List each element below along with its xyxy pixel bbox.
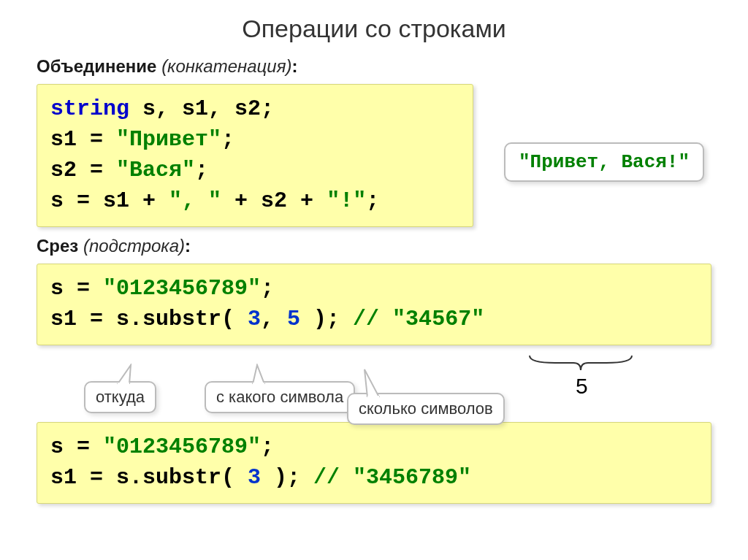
code-line: s = s1 + ", " + s2 + "!";	[50, 185, 459, 216]
code-line: string s, s1, s2;	[50, 93, 459, 124]
annot-tail-icon	[363, 368, 385, 397]
code-block-substr2: s = "0123456789"; s1 = s.substr( 3 ); //…	[37, 422, 711, 504]
svg-rect-3	[118, 383, 129, 384]
code-line: s1 = "Привет";	[50, 124, 459, 155]
annot-how-many: сколько символов	[347, 393, 505, 425]
annot-from: откуда	[84, 381, 156, 413]
annot-tail-icon	[115, 364, 134, 384]
section-concat: Объединение (конкатенация):	[37, 56, 711, 77]
code-block-substr1: s = "0123456789"; s1 = s.substr( 3, 5 );…	[37, 264, 711, 345]
section-concat-italic: (конкатенация)	[161, 56, 291, 76]
section-concat-colon: :	[291, 56, 297, 76]
section-slice-bold: Срез	[37, 236, 78, 256]
code-line: s1 = s.substr( 3 ); // "3456789"	[50, 462, 698, 493]
code-line: s = "0123456789";	[50, 431, 698, 462]
svg-marker-2	[118, 365, 131, 384]
svg-rect-7	[367, 396, 379, 397]
code-line: s = "0123456789";	[50, 273, 698, 304]
section-slice-colon: :	[185, 236, 191, 256]
annot-which-char: с какого символа	[205, 381, 355, 413]
callout-result: "Привет, Вася!"	[504, 142, 704, 182]
code-line: s2 = "Вася";	[50, 155, 459, 185]
svg-marker-4	[253, 365, 264, 384]
brace-icon	[526, 354, 636, 375]
annot-tail-icon	[250, 364, 269, 384]
keyword-string: string	[50, 96, 129, 121]
code-block-concat: string s, s1, s2; s1 = "Привет"; s2 = "В…	[37, 84, 473, 227]
code-line: s1 = s.substr( 3, 5 ); // "34567"	[50, 304, 698, 334]
brace-count: 5	[576, 374, 588, 399]
slide: Операции со строками Объединение (конкат…	[0, 0, 748, 560]
section-slice-italic: (подстрока)	[83, 236, 185, 256]
section-slice: Срез (подстрока):	[37, 236, 711, 256]
slide-title: Операции со строками	[37, 15, 711, 43]
svg-marker-6	[365, 369, 379, 397]
section-concat-bold: Объединение	[37, 56, 156, 76]
svg-rect-5	[253, 383, 264, 384]
